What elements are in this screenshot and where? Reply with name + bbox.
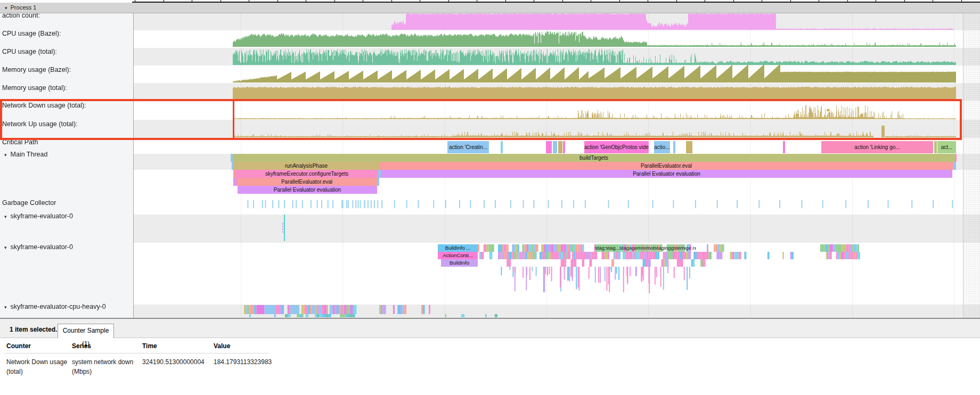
track-label-skyframe-evaluator-cpu-heavy-0[interactable]: ▾skyframe-evaluator-cpu-heavy-0 [1,303,106,310]
slice[interactable] [546,141,552,153]
ruler-tick [505,0,506,2]
ruler-tick [363,0,363,2]
cell-time: 324190.51300000004 [142,358,205,366]
cell-series-line1: system network down [72,358,133,366]
slice[interactable] [686,141,692,153]
track-label-main-thread[interactable]: ▾Main Thread [1,151,47,158]
ruler-tick [591,0,591,2]
slice-actio[interactable]: actio... [654,141,670,153]
slice-parallel-evaluator-evaluation[interactable]: Parallel Evaluator evaluation [238,186,377,194]
ruler-tick [876,0,876,2]
track-label-memory-usage-bazel[interactable]: Memory usage (Bazel): [1,66,71,73]
cell-value: 184.1793113323983 [214,358,272,366]
col-header-value[interactable]: Value [214,342,230,350]
process-header[interactable]: ▾Process 1 [0,3,980,13]
slice-stagagemremotstaginggstemige-remot[interactable]: stagagemremotstaginggstemige.remot... [619,244,696,252]
cell-counter-line1: Network Down usage [6,358,67,366]
slice[interactable] [501,141,503,153]
track-label-cpu-usage-bazel[interactable]: CPU usage (Bazel): [1,30,61,37]
ruler-tick [762,0,762,2]
slice-buildinfo[interactable]: BuildInfo ... [438,244,478,252]
ruler-tick [904,0,905,2]
track-label-text: CPU usage (Bazel): [2,30,61,37]
ruler-tick [534,0,534,2]
selection-status: 1 item selected. [10,326,57,333]
track-label-text: Main Thread [11,151,48,158]
track-label-text: skyframe-evaluator-0 [11,212,73,220]
slice-action-creatin[interactable]: action 'Creatin... [447,141,489,153]
ruler-tick [135,0,135,2]
slice[interactable] [377,178,379,186]
ruler-tick [961,0,962,2]
slice-parallelevaluator-eval[interactable]: ParallelEvaluator.eval [236,178,377,186]
slice-act[interactable]: act... [937,141,956,153]
track-label-text: Memory usage (Bazel): [2,66,71,73]
slice-actionconti[interactable]: ActionConti... [438,252,478,259]
slice[interactable] [563,141,565,153]
collapse-arrow-icon[interactable]: ▾ [5,3,7,13]
slice-buildtargets[interactable]: buildTargets [233,154,955,162]
ruler-tick [391,0,392,2]
col-header-time[interactable]: Time [142,342,157,350]
track-label-skyframe-evaluator-0[interactable]: ▾skyframe-evaluator-0 [1,212,73,220]
track-label-memory-usage-total[interactable]: Memory usage (total): [1,84,67,92]
annotation-vline [233,101,234,140]
ruler-tick [420,0,420,2]
slice-action-linking-go[interactable]: action 'Linking go... [821,141,933,153]
ruler-tick [733,0,734,2]
trace-viewer-window: action 'Creatin...action 'GenObjcProtos … [0,0,980,395]
track-label-text: Garbage Collector [2,199,56,207]
slice-runanalysisphase[interactable]: runAnalysisPhase [233,162,379,170]
cell-counter-line2: (total) [6,368,23,375]
slice[interactable] [553,141,557,153]
ruler-tick [448,0,449,2]
collapse-arrow-icon[interactable]: ▾ [4,305,7,310]
ruler-tick [847,0,848,2]
tab-counter-sample[interactable]: Counter Sample (1) [58,324,114,338]
slice[interactable] [955,154,957,162]
track-label-text: skyframe-evaluator-0 [11,243,73,251]
collapse-arrow-icon[interactable]: ▾ [4,245,7,250]
track-label-text: CPU usage (total): [2,48,57,55]
track-label-skyframe-evaluator-0[interactable]: ▾skyframe-evaluator-0 [1,243,73,251]
slice-skyframeexecutor-configuretargets[interactable]: skyframeExecutor.configureTargets [235,170,378,178]
ruler-tick [705,0,705,2]
track-label-text: skyframe-evaluator-cpu-heavy-0 [11,303,106,310]
col-header-counter[interactable]: Counter [6,342,31,350]
annotation-box-network-rows [0,99,962,140]
ruler-tick [192,0,192,2]
ruler-tick [819,0,819,2]
track-label-cpu-usage-total[interactable]: CPU usage (total): [1,48,57,55]
ruler-tick [306,0,306,2]
collapse-arrow-icon[interactable]: ▾ [4,214,7,219]
slice[interactable] [783,141,785,153]
slice-parallel-evaluator-evaluation[interactable]: Parallel Evaluator evaluation [381,170,952,178]
ruler-tick [220,0,221,2]
slice-parallelevaluator-eval[interactable]: ParallelEvaluator.eval [379,162,953,170]
collapse-arrow-icon[interactable]: ▾ [4,152,7,158]
track-label-garbage-collector[interactable]: Garbage Collector [1,199,56,207]
slice-action-genobjcprotos-video[interactable]: action 'GenObjcProtos video/... [584,141,649,153]
process-title: Process 1 [11,4,37,11]
ruler-tick [619,0,620,2]
slice[interactable] [953,162,956,170]
slice[interactable] [673,141,675,153]
slice[interactable] [934,141,937,153]
analysis-panel: 1 item selected. Counter Sample (1) Coun… [0,318,980,395]
track-labels-sidebar: action count:CPU usage (Bazel):CPU usage… [0,13,134,318]
slice-stag-stag[interactable]: stag:stag... [595,244,619,252]
track-label-text: Memory usage (total): [2,84,67,92]
counter-sample-table: Counter Series Time Value Network Down u… [0,338,980,395]
slice[interactable] [558,141,562,153]
header-divider [4,353,268,353]
ruler-tick [676,0,677,2]
ruler-tick [933,0,933,2]
slice-buildinfo[interactable]: BuildInfo [441,259,478,267]
ruler-tick [249,0,249,2]
ruler-tick [334,0,335,2]
ruler-tick [277,0,278,2]
ruler-tick [790,0,791,2]
ruler-tick [648,0,648,2]
ruler-tick [477,0,477,2]
ruler-tick [164,0,164,2]
